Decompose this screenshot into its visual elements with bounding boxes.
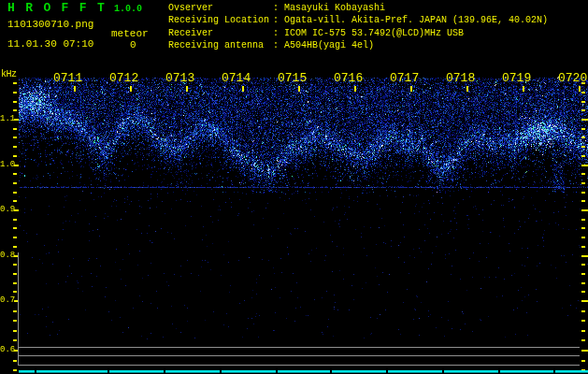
station-info-row: Ovserver:Masayuki Kobayashi xyxy=(168,2,548,14)
station-info-label: Receiving antenna xyxy=(168,39,273,51)
level-panel-axis-line xyxy=(18,252,19,366)
y-axis-label: 0.7 xyxy=(0,295,14,305)
station-info-label: Ovserver xyxy=(168,2,273,14)
app-version: 1.0.0 xyxy=(114,4,142,14)
x-axis-label: 0713 xyxy=(165,71,194,85)
x-axis-label: 0712 xyxy=(109,71,138,85)
station-info-value: ICOM IC-575 53.7492(@LCD)MHz USB xyxy=(284,28,464,38)
y-axis-label: 0.9 xyxy=(0,205,14,214)
x-axis-label: 0720 xyxy=(558,71,587,85)
meteor-count-label: meteor xyxy=(111,28,149,39)
y-axis-label: 0.6 xyxy=(0,345,14,354)
level-panel-gridline-2 xyxy=(19,355,580,356)
y-axis-label: 0.8 xyxy=(0,251,14,260)
station-info-value: A504HB(yagi 4el) xyxy=(284,40,374,50)
level-panel-gridline-1 xyxy=(19,347,580,348)
output-filename: 1101300710.png xyxy=(7,19,93,30)
station-info-row: Receiving Location:Ogata-vill. Akita-Pre… xyxy=(168,14,548,26)
observation-datetime: 11.01.30 07:10 xyxy=(7,38,93,50)
station-info-separator: : xyxy=(273,3,279,13)
y-axis-label: 1.0 xyxy=(0,160,14,169)
x-axis-label: 0715 xyxy=(278,71,307,85)
station-info-row: Receiving antenna:A504HB(yagi 4el) xyxy=(168,39,548,51)
hrofft-screen: H R O F F T 1.0.0 1101300710.png meteor … xyxy=(0,0,588,374)
y-axis-label: 1.1 xyxy=(0,114,14,123)
x-axis-label: 0714 xyxy=(222,71,251,85)
x-axis-label: 0717 xyxy=(390,71,419,85)
station-info-value: Masayuki Kobayashi xyxy=(284,3,385,13)
spectrogram-canvas xyxy=(0,0,588,374)
level-panel-gridline-3 xyxy=(19,365,580,366)
station-info-label: Receiving Location xyxy=(168,14,273,26)
meteor-count-value: 0 xyxy=(130,39,136,50)
station-info-label: Receiver xyxy=(168,27,273,39)
station-info-row: Receiver:ICOM IC-575 53.7492(@LCD)MHz US… xyxy=(168,27,548,39)
station-info-separator: : xyxy=(273,40,279,50)
x-axis-label: 0711 xyxy=(53,71,82,85)
app-title: H R O F F T xyxy=(7,1,107,15)
station-info-separator: : xyxy=(273,28,279,38)
station-info-value: Ogata-vill. Akita-Pref. JAPAN (139.96E, … xyxy=(284,15,548,25)
station-info-separator: : xyxy=(273,15,279,25)
x-axis-label: 0719 xyxy=(502,71,531,85)
x-axis-label: 0716 xyxy=(334,71,363,85)
y-axis-unit: kHz xyxy=(1,69,17,79)
station-info: Ovserver:Masayuki KobayashiReceiving Loc… xyxy=(168,2,548,52)
x-axis-label: 0718 xyxy=(446,71,475,85)
